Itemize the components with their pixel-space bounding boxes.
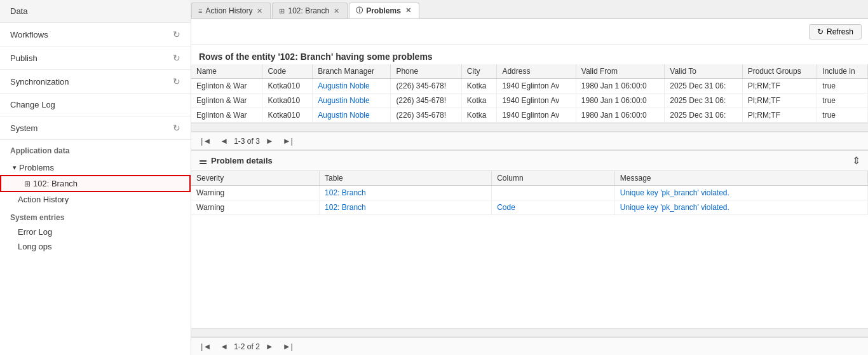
page-info: 1-3 of 3: [234, 137, 260, 146]
sync-icon-system: ↻: [173, 123, 180, 133]
table-cell: Eglinton & War: [191, 94, 262, 108]
tab-action-history-close[interactable]: ✕: [255, 7, 264, 15]
sidebar-item-synchronization[interactable]: Synchronization ↻: [0, 70, 191, 94]
entity-title: Rows of the entity '102: Branch' having …: [191, 45, 868, 64]
next-page-btn[interactable]: ►: [262, 135, 277, 147]
system-entries-section: System entries: [0, 209, 191, 225]
prob-col-message: Message: [614, 171, 867, 186]
table-row[interactable]: Eglinton & WarKotka010Augustin Noble(226…: [191, 108, 868, 123]
table-cell: (226) 345-678!: [391, 108, 461, 123]
sidebar-error-log[interactable]: Error Log: [0, 225, 191, 239]
prob-last-page-btn[interactable]: ►|: [280, 340, 296, 352]
prob-next-page-btn[interactable]: ►: [262, 340, 277, 352]
last-page-btn[interactable]: ►|: [280, 135, 296, 147]
sidebar-item-data-label: Data: [10, 6, 27, 16]
sidebar-long-ops[interactable]: Long ops: [0, 239, 191, 254]
sidebar-item-workflows[interactable]: Workflows ↻: [0, 23, 191, 46]
table-cell: Kotka010: [262, 108, 313, 123]
col-code: Code: [262, 64, 313, 79]
sidebar-action-history[interactable]: Action History: [0, 192, 191, 207]
chevron-down-icon: ▾: [13, 164, 17, 172]
prob-page-info: 1-2 of 2: [234, 342, 260, 351]
table-cell: PI;RM;TF: [742, 108, 817, 123]
problem-cell: 102: Branch: [320, 186, 492, 200]
split-panel-icon[interactable]: ⇕: [852, 155, 860, 167]
prob-prev-page-btn[interactable]: ◄: [217, 340, 231, 352]
table-cell: Augustin Noble: [313, 108, 391, 123]
first-page-btn[interactable]: |◄: [198, 135, 214, 147]
col-valid-from: Valid From: [576, 64, 664, 79]
tab-action-history-label: Action History: [205, 6, 252, 15]
table-cell: Augustin Noble: [313, 94, 391, 108]
col-name: Name: [191, 64, 262, 79]
problem-cell: 102: Branch: [320, 200, 492, 215]
sidebar-item-publish[interactable]: Publish ↻: [0, 46, 191, 70]
prev-page-btn[interactable]: ◄: [217, 135, 231, 147]
sidebar-branch-label: 102: Branch: [33, 179, 78, 188]
problem-cell: Warning: [191, 186, 320, 200]
prob-col-table: Table: [320, 171, 492, 186]
tab-bar: ≡ Action History ✕ ⊞ 102: Branch ✕ ⓘ Pro…: [191, 0, 868, 19]
problem-details-label: Problem details: [211, 156, 273, 165]
col-branch-manager: Branch Manager: [313, 64, 391, 79]
sidebar-item-changelog-label: Change Log: [10, 100, 55, 109]
table-cell: 1980 Jan 1 06:00:0: [576, 94, 664, 108]
table-header-row: Name Code Branch Manager Phone City Addr…: [191, 64, 868, 79]
col-phone: Phone: [391, 64, 461, 79]
sync-icon-publish: ↻: [173, 53, 180, 63]
prob-col-severity: Severity: [191, 171, 320, 186]
tab-problems-label: Problems: [366, 6, 401, 15]
table-cell: PI;RM;TF: [742, 79, 817, 94]
table-icon: ⊞: [24, 179, 31, 188]
table-cell: 2025 Dec 31 06:: [665, 94, 742, 108]
refresh-icon: ↻: [817, 27, 824, 36]
table-cell: Kotka: [461, 108, 497, 123]
sync-icon-workflows: ↻: [173, 29, 180, 39]
data-table-container[interactable]: Name Code Branch Manager Phone City Addr…: [191, 64, 868, 123]
sidebar-item-system-label: System: [10, 123, 37, 133]
col-valid-to: Valid To: [665, 64, 742, 79]
tab-problems[interactable]: ⓘ Problems ✕: [349, 3, 419, 18]
problems-table-container[interactable]: Severity Table Column Message Warning102…: [191, 171, 868, 328]
tab-action-history[interactable]: ≡ Action History ✕: [191, 3, 271, 18]
problem-cell: [492, 186, 615, 200]
prob-col-column: Column: [492, 171, 615, 186]
toolbar: ↻ Refresh: [191, 19, 868, 45]
info-tab-icon: ⓘ: [356, 6, 363, 15]
problem-details-icon: ⚌: [199, 156, 207, 166]
table-cell: true: [817, 108, 868, 123]
table-cell: Kotka010: [262, 94, 313, 108]
prob-first-page-btn[interactable]: |◄: [198, 340, 214, 352]
table-cell: 1940 Eglinton Av: [497, 108, 576, 123]
table-row[interactable]: Eglinton & WarKotka010Augustin Noble(226…: [191, 94, 868, 108]
problems-scrollbar[interactable]: [191, 328, 868, 337]
problem-row: Warning102: BranchCodeUnique key 'pk_bra…: [191, 200, 868, 215]
list-icon: ≡: [198, 7, 202, 15]
table-cell: Augustin Noble: [313, 79, 391, 94]
table-cell: Kotka: [461, 94, 497, 108]
sync-icon-sync: ↻: [173, 76, 180, 87]
problem-cell: Unique key 'pk_branch' violated.: [614, 200, 867, 215]
sidebar-tree-branch[interactable]: ⊞ 102: Branch: [0, 175, 191, 192]
tab-branch-label: 102: Branch: [288, 6, 329, 15]
sidebar-item-system[interactable]: System ↻: [0, 116, 191, 140]
data-table: Name Code Branch Manager Phone City Addr…: [191, 64, 868, 123]
problem-cell: Unique key 'pk_branch' violated.: [614, 186, 867, 200]
problem-details-header: ⚌ Problem details ⇕: [191, 150, 868, 171]
table-cell: true: [817, 94, 868, 108]
sidebar-tree-problems[interactable]: ▾ Problems: [0, 160, 191, 175]
tab-branch-close[interactable]: ✕: [332, 7, 341, 15]
sidebar-item-changelog[interactable]: Change Log: [0, 94, 191, 116]
data-table-scrollbar[interactable]: [191, 123, 868, 132]
tab-problems-close[interactable]: ✕: [404, 6, 412, 15]
sidebar-item-publish-label: Publish: [10, 53, 37, 63]
table-cell: 2025 Dec 31 06:: [665, 108, 742, 123]
table-row[interactable]: Eglinton & WarKotka010Augustin Noble(226…: [191, 79, 868, 94]
refresh-button[interactable]: ↻ Refresh: [809, 24, 862, 39]
problem-details-title: ⚌ Problem details: [199, 156, 273, 166]
sidebar: Data Workflows ↻ Publish ↻ Synchronizati…: [0, 0, 191, 355]
tab-branch[interactable]: ⊞ 102: Branch ✕: [272, 3, 348, 18]
sidebar-item-data[interactable]: Data: [0, 0, 191, 23]
table-cell: Kotka: [461, 79, 497, 94]
table-cell: 1980 Jan 1 06:00:0: [576, 108, 664, 123]
